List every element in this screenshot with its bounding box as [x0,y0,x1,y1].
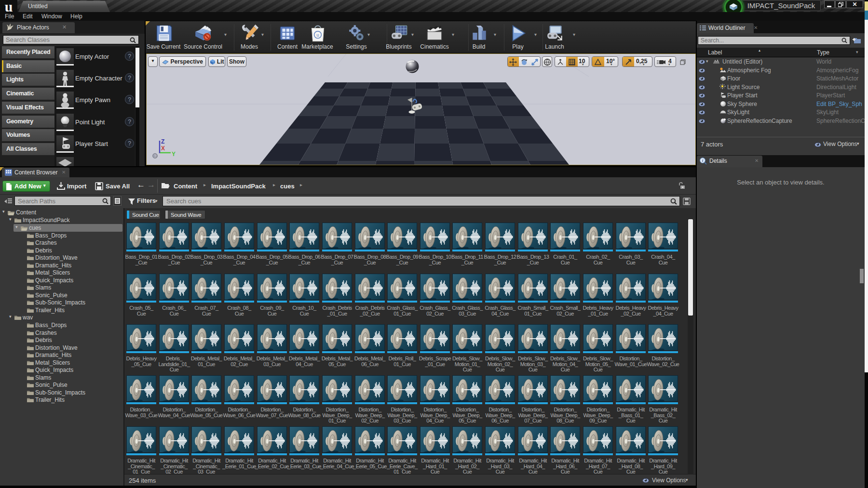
svg-text:Z: Z [161,138,164,145]
svg-text:X: X [161,145,165,152]
svg-text:Y: Y [172,151,176,158]
